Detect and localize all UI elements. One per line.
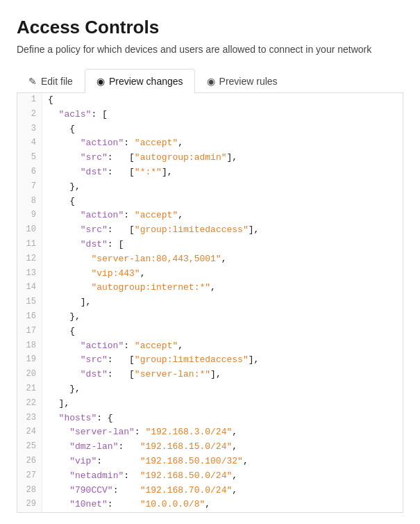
line-code: }, xyxy=(42,310,403,325)
line-code: "10net": "10.0.0.0/8", xyxy=(42,498,403,512)
line-number: 26 xyxy=(17,455,42,469)
table-row: 9 "action": "accept", xyxy=(17,208,403,223)
line-code: { xyxy=(42,122,403,137)
tab-preview-rules-label: Preview rules xyxy=(219,76,278,87)
tab-edit-file[interactable]: ✎ Edit file xyxy=(17,69,85,93)
line-number: 3 xyxy=(17,122,42,137)
table-row: 3 { xyxy=(17,122,403,137)
line-number: 6 xyxy=(17,165,42,180)
table-row: 2 "acls": [ xyxy=(17,108,403,122)
line-number: 25 xyxy=(17,440,42,455)
table-row: 25 "dmz-lan": "192.168.15.0/24", xyxy=(17,440,403,455)
table-row: 11 "dst": [ xyxy=(17,238,403,252)
line-number: 22 xyxy=(17,397,42,411)
line-code: "src": ["group:limitedaccess"], xyxy=(42,223,403,238)
line-code: "autogroup:internet:*", xyxy=(42,281,403,295)
line-code: "dst": ["server-lan:*"], xyxy=(42,368,403,382)
table-row: 23 "hosts": { xyxy=(17,411,403,426)
line-code: "action": "accept", xyxy=(42,339,403,354)
table-row: 19 "src": ["group:limitedaccess"], xyxy=(17,353,403,368)
line-number: 27 xyxy=(17,469,42,484)
line-number: 15 xyxy=(17,295,42,310)
table-row: 15 ], xyxy=(17,295,403,310)
line-number: 29 xyxy=(17,498,42,512)
table-row: 7 }, xyxy=(17,180,403,195)
line-code: "hosts": { xyxy=(42,411,403,426)
table-row: 13 "vip:443", xyxy=(17,267,403,281)
footer-actions: Save Discard changes xyxy=(17,513,403,524)
tab-bar: ✎ Edit file ◉ Preview changes ◉ Preview … xyxy=(17,69,403,93)
table-row: 20 "dst": ["server-lan:*"], xyxy=(17,368,403,382)
line-code: "vip": "192.168.50.100/32", xyxy=(42,455,403,469)
line-number: 1 xyxy=(17,93,42,108)
tab-preview-rules[interactable]: ◉ Preview rules xyxy=(195,69,289,93)
line-code: ], xyxy=(42,295,403,310)
line-number: 12 xyxy=(17,252,42,267)
line-number: 4 xyxy=(17,136,42,151)
line-code: "src": ["autogroup:admin"], xyxy=(42,151,403,165)
table-row: 29 "10net": "10.0.0.0/8", xyxy=(17,498,403,512)
table-row: 16 }, xyxy=(17,310,403,325)
table-row: 26 "vip": "192.168.50.100/32", xyxy=(17,455,403,469)
line-number: 16 xyxy=(17,310,42,325)
table-row: 12 "server-lan:80,443,5001", xyxy=(17,252,403,267)
line-number: 18 xyxy=(17,339,42,354)
line-code: "dst": ["*:*"], xyxy=(42,165,403,180)
table-row: 1{ xyxy=(17,93,403,108)
line-number: 13 xyxy=(17,267,42,281)
line-number: 28 xyxy=(17,484,42,498)
line-code: "acls": [ xyxy=(42,108,403,122)
line-number: 7 xyxy=(17,180,42,195)
table-row: 27 "netadmin": "192.168.50.0/24", xyxy=(17,469,403,484)
line-number: 21 xyxy=(17,382,42,397)
line-number: 20 xyxy=(17,368,42,382)
line-code: "dst": [ xyxy=(42,238,403,252)
code-table: 1{2 "acls": [3 {4 "action": "accept",5 "… xyxy=(17,93,403,512)
table-row: 4 "action": "accept", xyxy=(17,136,403,151)
page-title: Access Controls xyxy=(17,17,403,38)
line-number: 24 xyxy=(17,425,42,440)
table-row: 14 "autogroup:internet:*", xyxy=(17,281,403,295)
line-code: "server-lan": "192.168.3.0/24", xyxy=(42,425,403,440)
table-row: 24 "server-lan": "192.168.3.0/24", xyxy=(17,425,403,440)
line-code: "server-lan:80,443,5001", xyxy=(42,252,403,267)
table-row: 21 }, xyxy=(17,382,403,397)
line-code: "dmz-lan": "192.168.15.0/24", xyxy=(42,440,403,455)
line-number: 5 xyxy=(17,151,42,165)
line-code: "src": ["group:limitedaccess"], xyxy=(42,353,403,368)
page-subtitle: Define a policy for which devices and us… xyxy=(17,44,403,55)
tab-preview-changes[interactable]: ◉ Preview changes xyxy=(85,69,195,93)
tab-edit-file-label: Edit file xyxy=(41,76,73,87)
line-code: "vip:443", xyxy=(42,267,403,281)
preview-changes-icon: ◉ xyxy=(96,76,105,87)
table-row: 18 "action": "accept", xyxy=(17,339,403,354)
line-code: "790CCV": "192.168.70.0/24", xyxy=(42,484,403,498)
table-row: 8 { xyxy=(17,195,403,209)
line-code: ], xyxy=(42,397,403,411)
line-number: 17 xyxy=(17,325,42,339)
line-code: }, xyxy=(42,180,403,195)
table-row: 5 "src": ["autogroup:admin"], xyxy=(17,151,403,165)
line-number: 23 xyxy=(17,411,42,426)
line-number: 10 xyxy=(17,223,42,238)
line-code: "action": "accept", xyxy=(42,136,403,151)
preview-rules-icon: ◉ xyxy=(207,76,215,87)
line-code: "action": "accept", xyxy=(42,208,403,223)
line-code: { xyxy=(42,195,403,209)
line-code: { xyxy=(42,93,403,108)
line-number: 19 xyxy=(17,353,42,368)
line-number: 9 xyxy=(17,208,42,223)
table-row: 17 { xyxy=(17,325,403,339)
code-editor: 1{2 "acls": [3 {4 "action": "accept",5 "… xyxy=(17,93,403,513)
table-row: 22 ], xyxy=(17,397,403,411)
table-row: 6 "dst": ["*:*"], xyxy=(17,165,403,180)
edit-icon: ✎ xyxy=(28,76,37,87)
line-number: 11 xyxy=(17,238,42,252)
line-code: }, xyxy=(42,382,403,397)
table-row: 28 "790CCV": "192.168.70.0/24", xyxy=(17,484,403,498)
line-number: 14 xyxy=(17,281,42,295)
line-code: { xyxy=(42,325,403,339)
table-row: 10 "src": ["group:limitedaccess"], xyxy=(17,223,403,238)
line-code: "netadmin": "192.168.50.0/24", xyxy=(42,469,403,484)
tab-preview-changes-label: Preview changes xyxy=(109,76,183,87)
